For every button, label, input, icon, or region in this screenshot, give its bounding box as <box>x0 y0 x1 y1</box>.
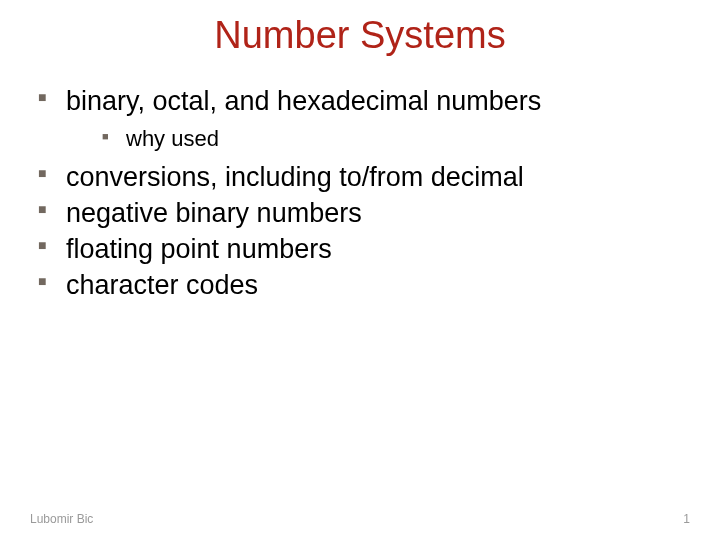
list-item-text: conversions, including to/from decimal <box>66 162 524 192</box>
list-item: floating point numbers <box>38 233 690 267</box>
footer-page-number: 1 <box>683 512 690 526</box>
sub-list: why used <box>66 125 690 154</box>
list-item: binary, octal, and hexadecimal numbers w… <box>38 85 690 153</box>
page-title: Number Systems <box>30 14 690 57</box>
list-item-text: character codes <box>66 270 258 300</box>
bullet-list: binary, octal, and hexadecimal numbers w… <box>30 85 690 302</box>
list-item: character codes <box>38 269 690 303</box>
list-item: why used <box>102 125 690 154</box>
footer-author: Lubomir Bic <box>30 512 93 526</box>
list-item: conversions, including to/from decimal <box>38 161 690 195</box>
list-item-text: binary, octal, and hexadecimal numbers <box>66 86 541 116</box>
list-item-text: negative binary numbers <box>66 198 362 228</box>
list-item-text: why used <box>126 126 219 151</box>
list-item-text: floating point numbers <box>66 234 332 264</box>
slide: Number Systems binary, octal, and hexade… <box>0 0 720 540</box>
list-item: negative binary numbers <box>38 197 690 231</box>
